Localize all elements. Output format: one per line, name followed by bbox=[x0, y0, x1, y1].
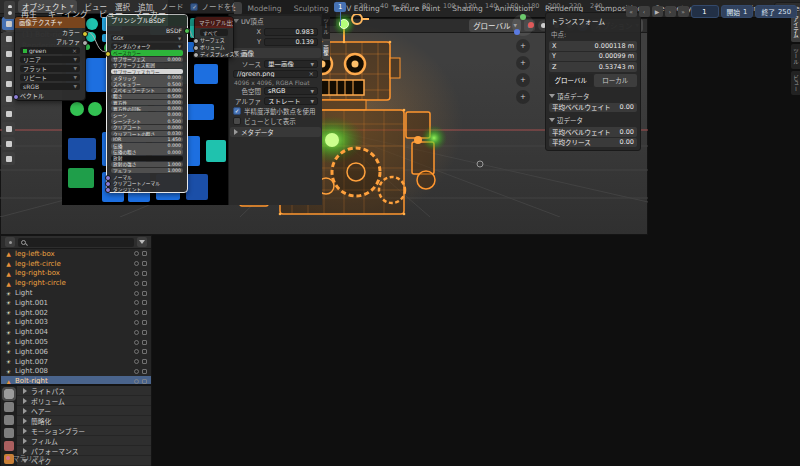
transform-field[interactable]: Z0.53743 m bbox=[549, 62, 637, 72]
output-properties-tab[interactable] bbox=[4, 402, 14, 412]
x-axis-dot bbox=[528, 22, 534, 28]
object-name: leg-left-box bbox=[15, 250, 55, 258]
filter-icon[interactable] bbox=[137, 237, 147, 247]
eye-icon[interactable] bbox=[134, 340, 139, 345]
panel-section-header[interactable]: ボリューム bbox=[17, 396, 151, 406]
median-label: 中点: bbox=[549, 28, 637, 40]
eye-icon[interactable] bbox=[134, 379, 139, 384]
camera-visibility-icon[interactable] bbox=[142, 281, 147, 286]
object-name: Light bbox=[15, 289, 32, 297]
transform-field[interactable]: X0.000118 m bbox=[549, 41, 637, 51]
navigation-gizmo[interactable] bbox=[512, 18, 534, 36]
outliner-item[interactable]: ☀ Light.004 bbox=[1, 327, 151, 337]
object-type-icon: ▲ bbox=[5, 250, 12, 257]
perspective-toggle-icon[interactable]: + bbox=[516, 90, 530, 104]
panel-section-header[interactable]: フィルム bbox=[17, 436, 151, 446]
edge-data-header[interactable]: 辺データ bbox=[549, 113, 637, 126]
eye-icon[interactable] bbox=[134, 320, 139, 325]
object-name: Light.008 bbox=[15, 367, 48, 375]
scene-properties-tab[interactable] bbox=[4, 428, 14, 438]
y-axis-dot bbox=[514, 29, 520, 35]
object-type-icon: ▲ bbox=[5, 270, 12, 277]
zoom-icon[interactable]: + bbox=[516, 39, 530, 53]
camera-visibility-icon[interactable] bbox=[142, 320, 147, 325]
camera-visibility-icon[interactable] bbox=[142, 291, 147, 296]
z-axis-dot bbox=[520, 18, 526, 20]
camera-visibility-icon[interactable] bbox=[142, 349, 147, 354]
panel-section-header[interactable]: 簡略化 bbox=[17, 416, 151, 426]
outliner-search-input[interactable] bbox=[18, 238, 134, 247]
outliner-item[interactable]: ▲ leg-right-box bbox=[1, 269, 151, 279]
object-type-icon: ☀ bbox=[5, 358, 12, 365]
camera-view-icon[interactable]: + bbox=[516, 73, 530, 87]
transform-panel-title[interactable]: トランスフォーム bbox=[549, 18, 637, 28]
object-type-icon: ☀ bbox=[5, 339, 12, 346]
pan-icon[interactable]: + bbox=[516, 56, 530, 70]
search-icon bbox=[21, 240, 26, 245]
transform-field[interactable]: Y0.00099 m bbox=[549, 52, 637, 62]
vertex-data-header[interactable]: 頂点データ bbox=[549, 89, 637, 102]
render-properties-tab[interactable] bbox=[4, 389, 14, 399]
edge-data-field[interactable]: 平均ベベルウェイト0.00 bbox=[549, 127, 637, 137]
panel-section-header[interactable]: ライトパス bbox=[17, 386, 151, 396]
outliner-item[interactable]: ☀ Light.007 bbox=[1, 357, 151, 367]
viewport-gizmos: ++++ bbox=[512, 18, 534, 104]
eye-icon[interactable] bbox=[134, 349, 139, 354]
eye-icon[interactable] bbox=[134, 369, 139, 374]
camera-visibility-icon[interactable] bbox=[142, 251, 147, 256]
object-type-icon: ▲ bbox=[5, 378, 12, 385]
outliner-item[interactable]: ▲ leg-left-circle bbox=[1, 259, 151, 269]
collapsed-sections-top: ライトパスボリュームヘアー簡略化モーションブラーフィルムパフォーマンス bbox=[17, 386, 151, 456]
eye-icon[interactable] bbox=[134, 359, 139, 364]
outliner-item[interactable]: ☀ Light.006 bbox=[1, 347, 151, 357]
global-button[interactable]: グローバル bbox=[549, 74, 593, 87]
object-type-icon: ☀ bbox=[5, 348, 12, 355]
outliner-item[interactable]: ▲ leg-left-box bbox=[1, 249, 151, 259]
eye-icon[interactable] bbox=[134, 310, 139, 315]
blender-window: ファイル編集レンダーウィンドウヘルプ LayoutModelingSculpti… bbox=[0, 0, 800, 466]
local-button[interactable]: ローカル bbox=[594, 74, 638, 87]
camera-visibility-icon[interactable] bbox=[142, 379, 147, 384]
eye-icon[interactable] bbox=[134, 251, 139, 256]
object-name: Light.006 bbox=[15, 348, 48, 356]
display-mode-icon[interactable] bbox=[5, 237, 15, 247]
camera-visibility-icon[interactable] bbox=[142, 359, 147, 364]
outliner-item[interactable]: ▲ Bolt-right bbox=[1, 376, 151, 385]
outliner-item[interactable]: ☀ Light.003 bbox=[1, 318, 151, 328]
object-type-icon: ▲ bbox=[5, 280, 12, 287]
camera-visibility-icon[interactable] bbox=[142, 310, 147, 315]
gizmo-buttons: ++++ bbox=[516, 39, 530, 104]
eye-icon[interactable] bbox=[134, 330, 139, 335]
object-name: leg-right-box bbox=[15, 269, 60, 277]
orientation-toggle: グローバル ローカル bbox=[549, 74, 637, 87]
camera-visibility-icon[interactable] bbox=[142, 300, 147, 305]
outliner-item[interactable]: ☀ Light bbox=[1, 288, 151, 298]
camera-visibility-icon[interactable] bbox=[142, 271, 147, 276]
panel-section-header[interactable]: モーションブラー bbox=[17, 426, 151, 436]
camera-visibility-icon[interactable] bbox=[142, 369, 147, 374]
eye-icon[interactable] bbox=[134, 271, 139, 276]
camera-visibility-icon[interactable] bbox=[142, 261, 147, 266]
outliner-item[interactable]: ▲ leg-right-circle bbox=[1, 278, 151, 288]
outliner-header bbox=[1, 236, 151, 249]
camera-visibility-icon[interactable] bbox=[142, 340, 147, 345]
eye-icon[interactable] bbox=[134, 300, 139, 305]
outliner-item[interactable]: ☀ Light.002 bbox=[1, 308, 151, 318]
panel-section-header[interactable]: ヘアー bbox=[17, 406, 151, 416]
vertex-data-fields: 平均ベベルウェイト0.00 bbox=[549, 103, 637, 113]
object-type-icon: ☀ bbox=[5, 309, 12, 316]
eye-icon[interactable] bbox=[134, 261, 139, 266]
edge-data-fields: 平均ベベルウェイト0.00平均クリース0.00 bbox=[549, 127, 637, 147]
edge-data-field[interactable]: 平均クリース0.00 bbox=[549, 138, 637, 148]
outliner-item[interactable]: ☀ Light.001 bbox=[1, 298, 151, 308]
camera-visibility-icon[interactable] bbox=[142, 330, 147, 335]
vertex-data-field[interactable]: 平均ベベルウェイト0.00 bbox=[549, 103, 637, 113]
outliner-item[interactable]: ☀ Light.005 bbox=[1, 337, 151, 347]
object-name: Bolt-right bbox=[15, 377, 48, 385]
view-layer-properties-tab[interactable] bbox=[4, 415, 14, 425]
eye-icon[interactable] bbox=[134, 291, 139, 296]
outliner-item[interactable]: ☀ Light.008 bbox=[1, 367, 151, 377]
object-type-icon: ▲ bbox=[5, 260, 12, 267]
world-properties-tab[interactable] bbox=[4, 441, 14, 451]
eye-icon[interactable] bbox=[134, 281, 139, 286]
